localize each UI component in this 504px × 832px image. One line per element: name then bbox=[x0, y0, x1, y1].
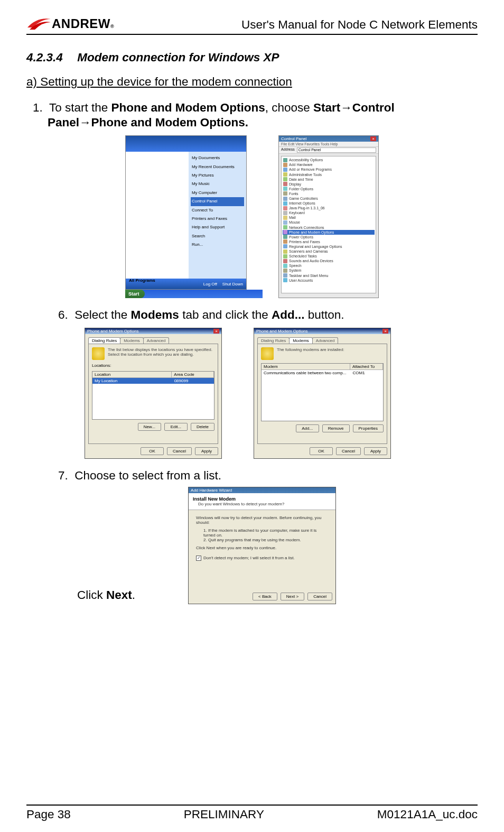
control-panel-item[interactable]: Mouse bbox=[283, 220, 375, 225]
dont-detect-checkbox[interactable]: ✓ bbox=[196, 556, 201, 561]
control-panel-item[interactable]: Mail bbox=[283, 215, 375, 220]
apply-button[interactable]: Apply bbox=[364, 447, 387, 455]
item-icon bbox=[283, 197, 287, 201]
my-recent-documents[interactable]: My Recent Documents bbox=[191, 163, 244, 171]
locations-label: Locations: bbox=[92, 363, 214, 368]
tab-dialing-rules[interactable]: Dialing Rules bbox=[257, 337, 290, 344]
control-panel-item[interactable]: Display bbox=[283, 182, 375, 187]
control-panel-item[interactable]: Java Plug-in 1.3.1_06 bbox=[283, 206, 375, 210]
brand-logo: ANDREW® bbox=[26, 16, 114, 32]
ok-button[interactable]: OK bbox=[310, 447, 333, 455]
control-panel-item[interactable]: Taskbar and Start Menu bbox=[283, 273, 375, 278]
tab-dialing-rules[interactable]: Dialing Rules bbox=[88, 337, 120, 344]
item-label: Internet Options bbox=[289, 201, 315, 206]
control-panel-item[interactable]: Power Options bbox=[283, 235, 375, 239]
menu-bar[interactable]: File Edit View Favorites Tools Help bbox=[279, 142, 378, 147]
item-label: Java Plug-in 1.3.1_06 bbox=[289, 206, 325, 210]
close-icon[interactable]: × bbox=[370, 136, 376, 141]
address-input[interactable]: Control Panel bbox=[297, 147, 376, 153]
dialog-title: Phone and Modem Options bbox=[256, 329, 307, 334]
control-panel-item[interactable]: Regional and Language Options bbox=[283, 244, 375, 249]
control-panel-item[interactable]: Add or Remove Programs bbox=[283, 167, 375, 172]
step-6: 6. Select the Modems tab and click the A… bbox=[58, 308, 478, 322]
item-icon bbox=[283, 191, 287, 196]
phone-icon bbox=[92, 347, 105, 360]
control-panel-item[interactable]: Internet Options bbox=[283, 201, 375, 206]
hint-text: The following modems are installed: bbox=[277, 347, 344, 352]
close-icon[interactable]: × bbox=[382, 329, 388, 334]
item-label: Administrative Tools bbox=[289, 172, 322, 177]
item-label: Display bbox=[289, 182, 301, 187]
control-panel-item[interactable]: Sounds and Audio Devices bbox=[283, 258, 375, 263]
tab-advanced[interactable]: Advanced bbox=[312, 337, 339, 344]
item-label: Phone and Modem Options bbox=[289, 230, 334, 235]
close-icon[interactable]: × bbox=[213, 329, 219, 334]
item-icon bbox=[283, 230, 287, 234]
item-label: Scanners and Cameras bbox=[289, 249, 328, 254]
search-item[interactable]: Search bbox=[191, 232, 244, 241]
control-panel-item[interactable]: User Accounts bbox=[283, 278, 375, 283]
cancel-button[interactable]: Cancel bbox=[167, 447, 192, 455]
control-panel-item[interactable]: Folder Options bbox=[283, 187, 375, 191]
control-panel-item[interactable]: Scanners and Cameras bbox=[283, 249, 375, 254]
item-label: Add or Remove Programs bbox=[289, 167, 332, 172]
control-panel-item[interactable]: Fonts bbox=[283, 191, 375, 196]
control-panel-item[interactable]: Game Controllers bbox=[283, 196, 375, 201]
item-label: User Accounts bbox=[289, 278, 313, 283]
my-computer[interactable]: My Computer bbox=[191, 189, 244, 197]
section-heading: 4.2.3.4 Modem connection for Windows XP bbox=[26, 51, 478, 64]
remove-button[interactable]: Remove bbox=[322, 424, 350, 432]
logo-text: ANDREW® bbox=[52, 16, 114, 31]
next-button[interactable]: Next > bbox=[281, 593, 304, 600]
hint-text: The list below displays the locations yo… bbox=[108, 347, 214, 357]
item-icon bbox=[283, 163, 287, 167]
control-panel-item[interactable]: Phone and Modem Options bbox=[283, 230, 375, 235]
control-panel-item[interactable]: Speech bbox=[283, 263, 375, 268]
control-panel-item[interactable]: Printers and Faxes bbox=[283, 239, 375, 244]
item-label: System bbox=[289, 268, 301, 273]
my-pictures[interactable]: My Pictures bbox=[191, 171, 244, 180]
printers-faxes[interactable]: Printers and Faxes bbox=[191, 215, 244, 223]
location-row[interactable]: My Location 089099 bbox=[92, 378, 214, 384]
shut-down[interactable]: Shut Down bbox=[222, 282, 243, 286]
help-support[interactable]: Help and Support bbox=[191, 223, 244, 232]
edit-button[interactable]: Edit... bbox=[164, 423, 188, 431]
address-label: Address bbox=[281, 147, 295, 153]
add-button[interactable]: Add... bbox=[296, 424, 319, 432]
control-panel-item[interactable]: Scheduled Tasks bbox=[283, 254, 375, 258]
item-icon bbox=[283, 201, 287, 206]
control-panel-item[interactable]: Add Hardware bbox=[283, 162, 375, 167]
item-label: Power Options bbox=[289, 235, 313, 239]
ok-button[interactable]: OK bbox=[141, 447, 164, 455]
wizard-heading: Install New Modem bbox=[193, 496, 331, 502]
cancel-button[interactable]: Cancel bbox=[336, 447, 361, 455]
modem-row[interactable]: Communications cable between two comp...… bbox=[262, 370, 383, 376]
control-panel-item[interactable]: Network Connections bbox=[283, 225, 375, 230]
item-icon bbox=[283, 278, 287, 282]
apply-button[interactable]: Apply bbox=[195, 447, 218, 455]
all-programs[interactable]: All Programs bbox=[128, 276, 186, 285]
cancel-button[interactable]: Cancel bbox=[307, 593, 332, 600]
delete-button[interactable]: Delete bbox=[191, 423, 214, 431]
control-panel-item[interactable]: Accessibility Options bbox=[283, 158, 375, 162]
start-button[interactable]: Start bbox=[125, 290, 145, 298]
control-panel-item[interactable]: System bbox=[283, 268, 375, 273]
control-panel-item[interactable]: Date and Time bbox=[283, 177, 375, 182]
col-attached: Attached To bbox=[350, 364, 383, 369]
tab-advanced[interactable]: Advanced bbox=[143, 337, 170, 344]
control-panel-item[interactable]: Keyboard bbox=[283, 210, 375, 215]
control-panel-item[interactable]: Administrative Tools bbox=[283, 172, 375, 177]
my-documents[interactable]: My Documents bbox=[191, 154, 244, 162]
tab-modems[interactable]: Modems bbox=[120, 337, 144, 344]
tab-modems[interactable]: Modems bbox=[289, 337, 313, 344]
new-button[interactable]: New... bbox=[138, 423, 161, 431]
connect-to[interactable]: Connect To bbox=[191, 206, 244, 215]
log-off[interactable]: Log Off bbox=[203, 282, 217, 286]
item-label: Folder Options bbox=[289, 187, 313, 191]
properties-button[interactable]: Properties bbox=[353, 424, 384, 432]
control-panel-item[interactable]: Control Panel bbox=[191, 197, 244, 206]
my-music[interactable]: My Music bbox=[191, 180, 244, 188]
run-item[interactable]: Run... bbox=[191, 241, 244, 249]
page-number: Page 38 bbox=[26, 808, 71, 821]
back-button[interactable]: < Back bbox=[253, 593, 277, 600]
